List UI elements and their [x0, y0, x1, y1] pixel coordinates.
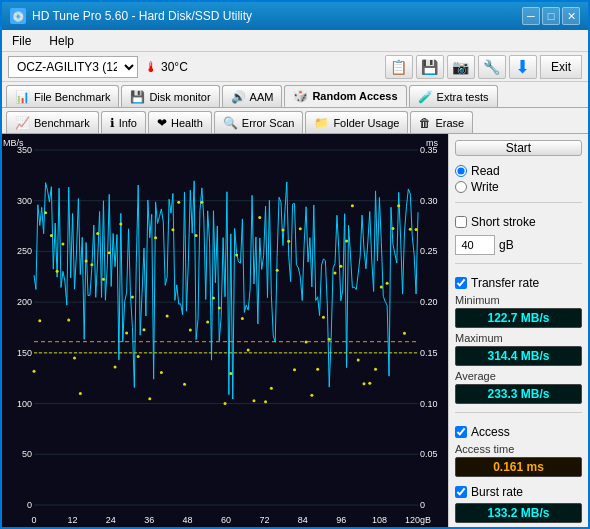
short-stroke-checkbox[interactable]	[455, 216, 467, 228]
info-icon: ℹ	[110, 116, 115, 130]
file-benchmark-icon: 📊	[15, 90, 30, 104]
icon-btn-1[interactable]: 📋	[385, 55, 413, 79]
extra-tests-icon: 🧪	[418, 90, 433, 104]
icon-btn-2[interactable]: 💾	[416, 55, 444, 79]
random-access-icon: 🎲	[293, 89, 308, 103]
short-stroke-label: Short stroke	[471, 215, 536, 229]
max-label: Maximum	[455, 332, 582, 344]
transfer-rate-checkbox[interactable]	[455, 277, 467, 289]
toolbar-icons: 📋 💾 📷 🔧 ⬇ Exit	[385, 55, 582, 79]
radio-write[interactable]	[455, 181, 467, 193]
short-stroke-input-row: gB	[455, 235, 582, 255]
access-checkbox-row: Access	[455, 425, 582, 439]
short-stroke-checkbox-row: Short stroke	[455, 215, 582, 229]
burst-rate-label: Burst rate	[471, 485, 523, 499]
menu-bar: File Help	[2, 30, 588, 52]
tab-benchmark[interactable]: 📈 Benchmark	[6, 111, 99, 133]
aam-icon: 🔊	[231, 90, 246, 104]
title-bar-left: 💿 HD Tune Pro 5.60 - Hard Disk/SSD Utili…	[10, 8, 252, 24]
tab-folder-usage-label: Folder Usage	[333, 117, 399, 129]
radio-group-rw: Read Write	[455, 164, 582, 194]
thermometer-icon: 🌡	[144, 59, 158, 75]
access-label: Access	[471, 425, 510, 439]
exit-button[interactable]: Exit	[540, 55, 582, 79]
icon-btn-5[interactable]: ⬇	[509, 55, 537, 79]
tab-aam[interactable]: 🔊 AAM	[222, 85, 283, 107]
close-button[interactable]: ✕	[562, 7, 580, 25]
max-stat: Maximum 314.4 MB/s	[455, 332, 582, 366]
radio-write-row: Write	[455, 180, 582, 194]
tab-extra-tests-label: Extra tests	[437, 91, 489, 103]
transfer-rate-checkbox-row: Transfer rate	[455, 276, 582, 290]
tab-error-scan[interactable]: 🔍 Error Scan	[214, 111, 304, 133]
tab-extra-tests[interactable]: 🧪 Extra tests	[409, 85, 498, 107]
tab-erase-label: Erase	[435, 117, 464, 129]
radio-read-label: Read	[471, 164, 500, 178]
access-time-stat: Access time 0.161 ms	[455, 443, 582, 477]
tab-health[interactable]: ❤ Health	[148, 111, 212, 133]
main-window: 💿 HD Tune Pro 5.60 - Hard Disk/SSD Utili…	[0, 0, 590, 529]
drive-select[interactable]: OCZ-AGILITY3 (120 gB)	[8, 56, 138, 78]
avg-value: 233.3 MB/s	[455, 384, 582, 404]
app-icon: 💿	[10, 8, 26, 24]
menu-file[interactable]: File	[8, 33, 35, 49]
radio-read-row: Read	[455, 164, 582, 178]
transfer-rate-label: Transfer rate	[471, 276, 539, 290]
avg-label: Average	[455, 370, 582, 382]
chart-canvas	[2, 134, 448, 527]
tab-disk-monitor[interactable]: 💾 Disk monitor	[121, 85, 219, 107]
divider-1	[455, 202, 582, 203]
avg-stat: Average 233.3 MB/s	[455, 370, 582, 404]
tab-aam-label: AAM	[250, 91, 274, 103]
temp-value: 30°C	[161, 60, 188, 74]
divider-2	[455, 263, 582, 264]
tab-disk-monitor-label: Disk monitor	[149, 91, 210, 103]
error-scan-icon: 🔍	[223, 116, 238, 130]
short-stroke-unit: gB	[499, 238, 514, 252]
toolbar-top: OCZ-AGILITY3 (120 gB) 🌡 30°C 📋 💾 📷 🔧 ⬇ E…	[2, 52, 588, 82]
divider-3	[455, 412, 582, 413]
min-label: Minimum	[455, 294, 582, 306]
tab-info-label: Info	[119, 117, 137, 129]
min-value: 122.7 MB/s	[455, 308, 582, 328]
icon-btn-3[interactable]: 📷	[447, 55, 475, 79]
radio-read[interactable]	[455, 165, 467, 177]
folder-usage-icon: 📁	[314, 116, 329, 130]
disk-monitor-icon: 💾	[130, 90, 145, 104]
erase-icon: 🗑	[419, 116, 431, 130]
tab-file-benchmark[interactable]: 📊 File Benchmark	[6, 85, 119, 107]
tab-health-label: Health	[171, 117, 203, 129]
menu-help[interactable]: Help	[45, 33, 78, 49]
tab-random-access-label: Random Access	[312, 90, 397, 102]
window-title: HD Tune Pro 5.60 - Hard Disk/SSD Utility	[32, 9, 252, 23]
tab-erase[interactable]: 🗑 Erase	[410, 111, 473, 133]
tab-random-access[interactable]: 🎲 Random Access	[284, 85, 406, 107]
burst-rate-value: 133.2 MB/s	[455, 503, 582, 523]
access-time-value: 0.161 ms	[455, 457, 582, 477]
nav-tabs-row1: 📊 File Benchmark 💾 Disk monitor 🔊 AAM 🎲 …	[2, 82, 588, 108]
radio-write-label: Write	[471, 180, 499, 194]
tab-benchmark-label: Benchmark	[34, 117, 90, 129]
nav-tabs-row2: 📈 Benchmark ℹ Info ❤ Health 🔍 Error Scan…	[2, 108, 588, 134]
icon-btn-4[interactable]: 🔧	[478, 55, 506, 79]
short-stroke-input[interactable]	[455, 235, 495, 255]
burst-rate-checkbox-row: Burst rate	[455, 485, 582, 499]
tab-folder-usage[interactable]: 📁 Folder Usage	[305, 111, 408, 133]
title-bar-buttons: ─ □ ✕	[522, 7, 580, 25]
benchmark-icon: 📈	[15, 116, 30, 130]
min-stat: Minimum 122.7 MB/s	[455, 294, 582, 328]
access-checkbox[interactable]	[455, 426, 467, 438]
maximize-button[interactable]: □	[542, 7, 560, 25]
title-bar: 💿 HD Tune Pro 5.60 - Hard Disk/SSD Utili…	[2, 2, 588, 30]
tab-info[interactable]: ℹ Info	[101, 111, 146, 133]
burst-rate-checkbox[interactable]	[455, 486, 467, 498]
tab-error-scan-label: Error Scan	[242, 117, 295, 129]
start-button[interactable]: Start	[455, 140, 582, 156]
chart-area	[2, 134, 448, 527]
minimize-button[interactable]: ─	[522, 7, 540, 25]
right-panel: Start Read Write Short stroke gB	[448, 134, 588, 527]
health-icon: ❤	[157, 116, 167, 130]
temp-display: 🌡 30°C	[144, 59, 188, 75]
max-value: 314.4 MB/s	[455, 346, 582, 366]
access-time-label: Access time	[455, 443, 582, 455]
